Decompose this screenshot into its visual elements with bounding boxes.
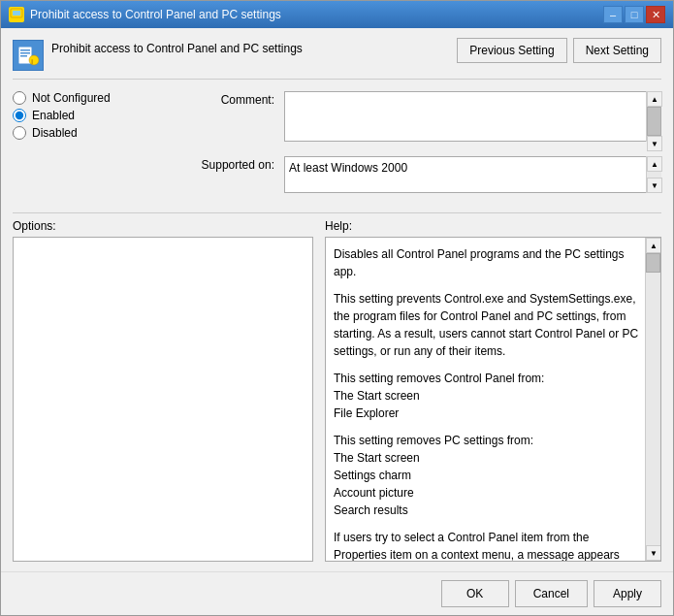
svg-rect-7	[20, 55, 27, 57]
svg-rect-3	[12, 19, 21, 20]
supported-value: At least Windows 2000	[284, 156, 661, 193]
radio-disabled-label: Disabled	[32, 126, 78, 140]
title-bar: Prohibit access to Control Panel and PC …	[1, 1, 673, 28]
help-text-content: Disables all Control Panel programs and …	[326, 238, 660, 561]
close-button[interactable]: ✕	[646, 6, 665, 23]
help-scroll-up[interactable]: ▲	[646, 238, 661, 253]
window-icon	[9, 7, 24, 22]
sections-row: Disables all Control Panel programs and …	[13, 237, 661, 562]
svg-text:i: i	[31, 57, 33, 66]
bottom-bar: OK Cancel Apply	[1, 571, 673, 615]
help-scroll-track	[646, 253, 660, 545]
svg-rect-1	[13, 11, 20, 16]
svg-rect-5	[20, 49, 30, 51]
help-para-3: This setting removes Control Panel from:…	[334, 370, 641, 422]
scrollbar-thumb	[647, 107, 661, 136]
help-label: Help:	[325, 219, 352, 233]
svg-rect-6	[20, 52, 30, 54]
help-box: Disables all Control Panel programs and …	[325, 237, 661, 562]
supported-label: Supported on:	[148, 156, 284, 172]
next-setting-button[interactable]: Next Setting	[573, 38, 661, 63]
help-scroll-thumb	[646, 253, 660, 273]
svg-rect-2	[14, 18, 19, 19]
header-title: Prohibit access to Control Panel and PC …	[51, 38, 303, 55]
divider	[13, 212, 661, 213]
policy-icon: i	[13, 40, 44, 71]
radio-section: Not Configured Enabled Disabled	[13, 91, 148, 189]
comment-textarea[interactable]	[284, 91, 661, 142]
options-label: Options:	[13, 219, 56, 233]
options-label-container: Options:	[13, 219, 313, 233]
radio-not-configured-label: Not Configured	[32, 91, 111, 105]
title-bar-left: Prohibit access to Control Panel and PC …	[9, 7, 281, 22]
help-scrollbar: ▲ ▼	[645, 238, 660, 561]
comment-wrapper: ▲ ▼	[284, 91, 661, 145]
ok-button[interactable]: OK	[441, 580, 509, 607]
help-scroll-down[interactable]: ▼	[646, 545, 661, 561]
header-section: i Prohibit access to Control Panel and P…	[13, 38, 661, 80]
radio-enabled-label: Enabled	[32, 109, 75, 122]
scrollbar-track	[647, 107, 661, 136]
main-window: Prohibit access to Control Panel and PC …	[0, 0, 674, 616]
radio-enabled-input[interactable]	[13, 109, 26, 122]
radio-disabled-input[interactable]	[13, 126, 26, 140]
radio-enabled[interactable]: Enabled	[13, 109, 148, 122]
cancel-button[interactable]: Cancel	[515, 580, 588, 607]
help-section: Disables all Control Panel programs and …	[313, 237, 661, 562]
apply-button[interactable]: Apply	[594, 580, 661, 607]
minimize-button[interactable]: –	[603, 6, 623, 23]
options-box	[13, 237, 313, 562]
section-labels-row: Options: Help:	[13, 219, 661, 233]
radio-disabled[interactable]: Disabled	[13, 126, 148, 140]
supported-wrapper: At least Windows 2000 ▲ ▼	[284, 156, 661, 193]
radio-fields-row: Not Configured Enabled Disabled Comment:	[13, 91, 661, 199]
help-para-2: This setting prevents Control.exe and Sy…	[334, 290, 641, 360]
radio-not-configured-input[interactable]	[13, 91, 26, 105]
supported-scrollbar: ▲ ▼	[646, 156, 661, 193]
comment-scrollbar: ▲ ▼	[646, 91, 661, 142]
help-para-5: If users try to select a Control Panel i…	[334, 529, 641, 561]
supported-scroll-down[interactable]: ▼	[647, 178, 662, 193]
previous-setting-button[interactable]: Previous Setting	[457, 38, 566, 63]
supported-row: Supported on: At least Windows 2000 ▲ ▼	[148, 156, 661, 193]
help-para-1: Disables all Control Panel programs and …	[334, 245, 641, 280]
maximize-button[interactable]: □	[625, 6, 644, 23]
title-controls: – □ ✕	[603, 6, 665, 23]
supported-scroll-up[interactable]: ▲	[647, 156, 662, 172]
scrollbar-down-btn[interactable]: ▼	[647, 136, 662, 151]
help-para-4: This setting removes PC settings from:Th…	[334, 432, 641, 519]
content-area: i Prohibit access to Control Panel and P…	[1, 28, 673, 571]
header-left: i Prohibit access to Control Panel and P…	[13, 38, 303, 71]
options-section	[13, 237, 313, 562]
supported-on-box: At least Windows 2000 ▲ ▼	[284, 156, 661, 193]
fields-section: Comment: ▲ ▼ Supported on:	[148, 91, 661, 199]
scrollbar-up-btn[interactable]: ▲	[647, 91, 662, 107]
radio-not-configured[interactable]: Not Configured	[13, 91, 148, 105]
comment-label: Comment:	[148, 91, 284, 107]
window-title: Prohibit access to Control Panel and PC …	[30, 8, 281, 21]
comment-row: Comment: ▲ ▼	[148, 91, 661, 145]
help-label-container: Help:	[313, 219, 661, 233]
header-buttons: Previous Setting Next Setting	[457, 38, 661, 63]
